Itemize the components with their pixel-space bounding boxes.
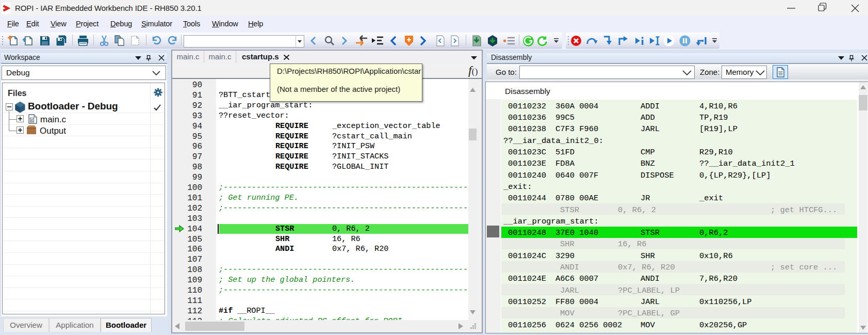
svg-text:c: c [31,118,33,122]
